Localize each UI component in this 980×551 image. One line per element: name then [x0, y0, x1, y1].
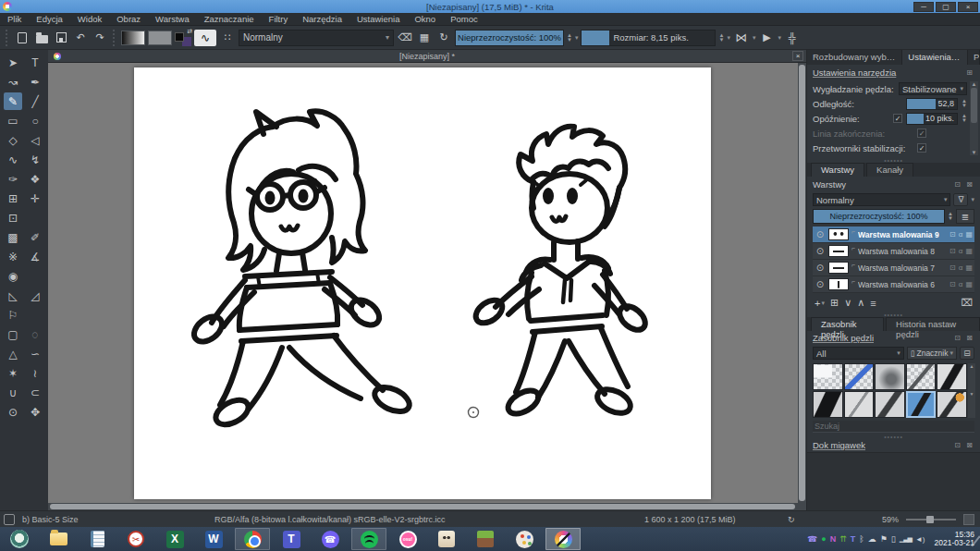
- layer-row[interactable]: ⊙ ⌐ Warstwa malowania 8 ⊡ α ▦: [813, 243, 974, 260]
- layer-row[interactable]: ⊙ ⌐ Warstwa malowania 9 ⊡ α ▦: [813, 227, 974, 243]
- save-button[interactable]: [53, 30, 69, 46]
- taskbar-spotify[interactable]: [351, 528, 386, 550]
- swap-colors-icon[interactable]: ⇄: [187, 28, 192, 35]
- tool-ellipse[interactable]: ○: [26, 112, 44, 129]
- delay-spinner[interactable]: ▲▼: [962, 114, 967, 123]
- tool-bezier-curve[interactable]: ∿: [4, 151, 22, 168]
- smoothing-select[interactable]: Stabilizowane ▾: [899, 82, 967, 95]
- tray-spotify-icon[interactable]: ●: [821, 534, 826, 544]
- opacity-menu-arrow[interactable]: ▾: [575, 34, 579, 42]
- fg-bg-colors[interactable]: ⇄: [175, 30, 191, 46]
- tool-transform[interactable]: ⊞: [4, 190, 22, 207]
- taskbar-excel[interactable]: X: [157, 528, 192, 550]
- lock-icon[interactable]: ⊡: [949, 263, 956, 272]
- brush-preset-pencil-light[interactable]: [844, 391, 875, 418]
- taskbar-teams[interactable]: T: [274, 528, 309, 550]
- reload-preset-button[interactable]: ↻: [435, 30, 452, 46]
- display-mode-button[interactable]: ⊟: [960, 347, 974, 360]
- brush-preset-marker-bold[interactable]: [813, 391, 843, 418]
- size-slider[interactable]: Rozmiar: 8,15 piks.: [581, 30, 716, 46]
- search-input[interactable]: [813, 421, 974, 433]
- brush-preset-pen-gray[interactable]: [875, 391, 905, 418]
- brush-preset-eraser[interactable]: [813, 363, 843, 390]
- layer-opacity-spinner[interactable]: ▲▼: [948, 212, 953, 221]
- start-button[interactable]: [2, 528, 37, 550]
- menu-narzedzia[interactable]: Narzędzia: [295, 14, 349, 24]
- taskbar-snipping-tool[interactable]: ✂: [118, 528, 153, 550]
- inherit-alpha-icon[interactable]: ▦: [965, 247, 973, 255]
- open-button[interactable]: [33, 30, 50, 46]
- tool-smart-patch[interactable]: ※: [4, 248, 22, 265]
- tab-tool-options[interactable]: Ustawienia n...: [902, 50, 968, 65]
- menu-plik[interactable]: Plik: [0, 14, 29, 24]
- inherit-alpha-icon[interactable]: ▦: [965, 280, 973, 288]
- tool-polyline[interactable]: ◁: [26, 131, 44, 149]
- tag-button[interactable]: ▯ Znacznik ▾: [907, 347, 957, 360]
- distance-field[interactable]: 52,8: [906, 98, 958, 110]
- tool-calligraphy[interactable]: ✒: [26, 73, 44, 91]
- layer-blend-mode-select[interactable]: Normalny ▾: [813, 193, 950, 206]
- blending-mode-select[interactable]: Normalny ▾: [239, 30, 394, 46]
- delay-field[interactable]: 10 piks.: [906, 113, 958, 125]
- float-docker-icon[interactable]: ⊡: [954, 334, 962, 342]
- current-preset-icon[interactable]: [4, 514, 15, 525]
- taskbar-viber[interactable]: ☎: [312, 528, 348, 550]
- taskbar-chrome[interactable]: [235, 528, 270, 550]
- tool-enclose-select[interactable]: ⊂: [26, 384, 44, 401]
- visibility-eye-icon[interactable]: ⊙: [815, 246, 826, 256]
- undo-button[interactable]: ↶: [72, 30, 89, 46]
- action-center-flag-icon[interactable]: ⚑: [880, 534, 888, 544]
- visibility-eye-icon[interactable]: ⊙: [815, 229, 826, 239]
- mirror-horizontal-button[interactable]: ⋈: [733, 30, 750, 46]
- finish-line-checkbox[interactable]: ✓: [917, 129, 926, 138]
- volume-icon[interactable]: ◄): [915, 535, 925, 544]
- menu-pomoc[interactable]: Pomoc: [443, 14, 485, 24]
- layer-filter-arrow[interactable]: ▾: [971, 196, 974, 203]
- brush-grid-scrollbar[interactable]: ▲▼: [968, 363, 975, 418]
- taskbar-osu[interactable]: osu!: [390, 528, 425, 550]
- tray-onenote-icon[interactable]: N: [830, 534, 837, 544]
- duplicate-layer-button[interactable]: ⊞: [830, 297, 839, 309]
- menu-ustawienia[interactable]: Ustawienia: [349, 14, 407, 24]
- brush-presets-button[interactable]: ∷: [219, 30, 236, 46]
- brush-tag-select[interactable]: All ▾: [813, 347, 904, 360]
- size-menu-arrow[interactable]: ▾: [727, 34, 730, 42]
- menu-filtry[interactable]: Filtry: [262, 14, 296, 24]
- tool-gradient[interactable]: ▩: [4, 228, 22, 246]
- onedrive-cloud-icon[interactable]: ☁: [868, 534, 876, 544]
- tool-move[interactable]: ✛: [26, 190, 44, 207]
- canvas-viewport[interactable]: [48, 63, 806, 503]
- delete-layer-button[interactable]: ⌧: [961, 297, 973, 309]
- move-layer-up-button[interactable]: ∧: [857, 297, 864, 309]
- tool-pan[interactable]: ✥: [26, 403, 44, 421]
- tray-teams-icon[interactable]: T: [851, 534, 856, 544]
- network-signal-icon[interactable]: ▁▃▅: [900, 535, 912, 543]
- taskbar-notepad[interactable]: [80, 528, 115, 550]
- tool-select-shapes[interactable]: ➤: [4, 54, 22, 71]
- new-document-button[interactable]: [14, 30, 31, 46]
- tool-freehand-brush[interactable]: ✎: [4, 92, 22, 110]
- taskbar-minecraft[interactable]: [468, 528, 503, 550]
- sensors-checkbox[interactable]: ✓: [917, 143, 926, 153]
- brush-preset-orange-tip[interactable]: [937, 391, 967, 418]
- tool-multibrush[interactable]: ❖: [26, 170, 44, 188]
- mirror-vertical-button[interactable]: ▶: [758, 30, 775, 46]
- tray-updater-icon[interactable]: ⇈: [839, 534, 847, 544]
- menu-obraz[interactable]: Obraz: [109, 14, 148, 24]
- brush-editor-button[interactable]: ∿: [194, 30, 216, 46]
- opacity-slider[interactable]: Nieprzezroczystość: 100%: [455, 30, 564, 46]
- move-layer-down-button[interactable]: ∨: [844, 297, 851, 309]
- bluetooth-icon[interactable]: ᛒ: [859, 534, 864, 544]
- add-layer-button[interactable]: +▾: [815, 298, 825, 309]
- fullscreen-icon[interactable]: [963, 514, 974, 525]
- alpha-lock-icon[interactable]: α: [959, 263, 963, 272]
- taskbar-word[interactable]: W: [196, 528, 231, 550]
- close-docker-icon[interactable]: ⊠: [966, 441, 974, 449]
- brush-preset-eraser-pen-blue[interactable]: [844, 363, 875, 390]
- size-spinner[interactable]: ▲▼: [718, 33, 724, 43]
- tool-freehand-path[interactable]: ↯: [26, 151, 44, 168]
- tool-edit-shapes[interactable]: ↝: [4, 73, 22, 91]
- tool-rect-select[interactable]: ▢: [4, 325, 22, 343]
- tool-zoom[interactable]: ⊙: [4, 403, 22, 421]
- tool-measure[interactable]: ∡: [26, 248, 44, 265]
